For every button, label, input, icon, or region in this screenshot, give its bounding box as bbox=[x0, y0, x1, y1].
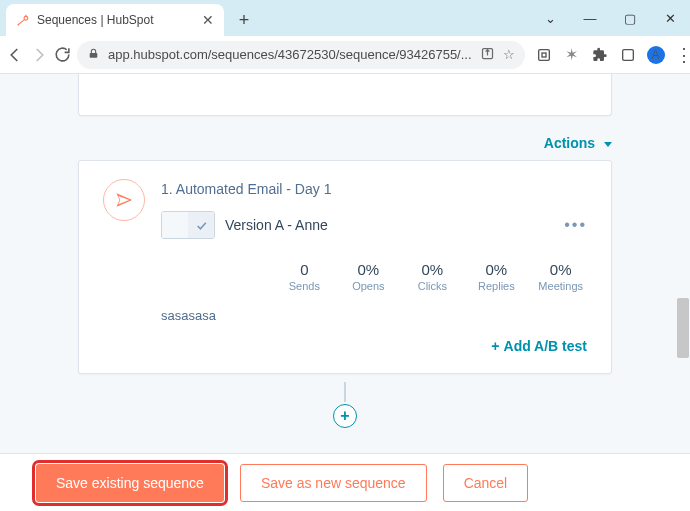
stat-value: 0 bbox=[282, 261, 326, 278]
new-tab-button[interactable]: + bbox=[230, 6, 258, 34]
window-close-icon[interactable]: ✕ bbox=[650, 11, 690, 26]
extension-icon[interactable] bbox=[535, 46, 553, 64]
toggle-option-blank[interactable] bbox=[162, 212, 188, 238]
share-icon[interactable] bbox=[480, 46, 495, 64]
address-bar[interactable]: app.hubspot.com/sequences/43672530/seque… bbox=[77, 41, 525, 69]
svg-rect-7 bbox=[542, 53, 546, 57]
extension-icon[interactable] bbox=[619, 46, 637, 64]
nav-forward-icon bbox=[30, 42, 48, 68]
svg-rect-4 bbox=[90, 52, 98, 57]
actions-label: Actions bbox=[544, 135, 595, 151]
stat-label: Clicks bbox=[410, 280, 454, 292]
step-connector bbox=[344, 382, 346, 402]
email-preview-text: sasasasa bbox=[161, 308, 587, 323]
stat-value: 0% bbox=[474, 261, 518, 278]
star-icon[interactable]: ☆ bbox=[503, 47, 515, 62]
window-minimize-icon[interactable]: ― bbox=[570, 11, 610, 26]
actions-dropdown[interactable]: Actions bbox=[544, 135, 612, 151]
footer-bar: Save existing sequence Save as new seque… bbox=[0, 453, 690, 511]
stat-value: 0% bbox=[346, 261, 390, 278]
save-existing-button[interactable]: Save existing sequence bbox=[36, 464, 224, 502]
url-text: app.hubspot.com/sequences/43672530/seque… bbox=[108, 47, 472, 62]
svg-line-1 bbox=[18, 19, 24, 24]
step-more-icon[interactable]: ••• bbox=[564, 216, 587, 234]
toggle-option-check[interactable] bbox=[188, 212, 214, 238]
add-ab-label: Add A/B test bbox=[504, 338, 587, 354]
svg-rect-8 bbox=[622, 49, 633, 60]
paper-plane-icon bbox=[103, 179, 145, 221]
scrollbar-track[interactable] bbox=[676, 148, 690, 438]
nav-back-icon[interactable] bbox=[6, 42, 24, 68]
stat-label: Sends bbox=[282, 280, 326, 292]
browser-toolbar: app.hubspot.com/sequences/43672530/seque… bbox=[0, 36, 690, 74]
svg-point-2 bbox=[17, 24, 19, 26]
step-card: 1. Automated Email - Day 1 Version A - A… bbox=[78, 160, 612, 374]
window-maximize-icon[interactable]: ▢ bbox=[610, 11, 650, 26]
plus-icon: + bbox=[491, 338, 499, 354]
version-label: Version A - Anne bbox=[225, 217, 328, 233]
button-label: Save as new sequence bbox=[261, 475, 406, 491]
button-label: Save existing sequence bbox=[56, 475, 204, 491]
window-controls: ⌄ ― ▢ ✕ bbox=[530, 0, 690, 36]
nav-reload-icon[interactable] bbox=[54, 42, 71, 68]
chevron-down-icon[interactable]: ⌄ bbox=[530, 11, 570, 26]
page-content: Actions 1. Automated Email - Day 1 Versi… bbox=[0, 74, 690, 511]
tab-title: Sequences | HubSpot bbox=[37, 13, 154, 27]
extension-icon[interactable]: ✶ bbox=[563, 46, 581, 64]
cancel-button[interactable]: Cancel bbox=[443, 464, 529, 502]
save-new-button[interactable]: Save as new sequence bbox=[240, 464, 427, 502]
hubspot-favicon-icon bbox=[16, 13, 30, 27]
stat-label: Meetings bbox=[538, 280, 583, 292]
stat-meetings: 0% Meetings bbox=[538, 261, 583, 292]
svg-rect-6 bbox=[538, 49, 549, 60]
stat-value: 0% bbox=[410, 261, 454, 278]
button-label: Cancel bbox=[464, 475, 508, 491]
stat-value: 0% bbox=[538, 261, 583, 278]
step-title: 1. Automated Email - Day 1 bbox=[161, 181, 587, 197]
add-ab-test-button[interactable]: +Add A/B test bbox=[491, 338, 587, 354]
stat-clicks: 0% Clicks bbox=[410, 261, 454, 292]
stat-label: Replies bbox=[474, 280, 518, 292]
tab-close-icon[interactable]: ✕ bbox=[202, 12, 214, 28]
stat-sends: 0 Sends bbox=[282, 261, 326, 292]
stat-opens: 0% Opens bbox=[346, 261, 390, 292]
stat-label: Opens bbox=[346, 280, 390, 292]
browser-titlebar: Sequences | HubSpot ✕ + ⌄ ― ▢ ✕ bbox=[0, 0, 690, 36]
browser-tab[interactable]: Sequences | HubSpot ✕ bbox=[6, 4, 224, 36]
version-toggle[interactable] bbox=[161, 211, 215, 239]
scrollbar-thumb[interactable] bbox=[677, 298, 689, 358]
browser-menu-icon[interactable]: ⋮ bbox=[675, 46, 690, 64]
stats-row: 0 Sends 0% Opens 0% Clicks 0% Replies bbox=[161, 261, 587, 292]
profile-avatar[interactable]: A bbox=[647, 46, 665, 64]
add-step-button[interactable]: + bbox=[333, 404, 357, 428]
extensions-puzzle-icon[interactable] bbox=[591, 46, 609, 64]
stat-replies: 0% Replies bbox=[474, 261, 518, 292]
lock-icon bbox=[87, 47, 100, 63]
extension-icons: ✶ A ⋮ bbox=[531, 46, 690, 64]
previous-step-card[interactable] bbox=[78, 74, 612, 116]
